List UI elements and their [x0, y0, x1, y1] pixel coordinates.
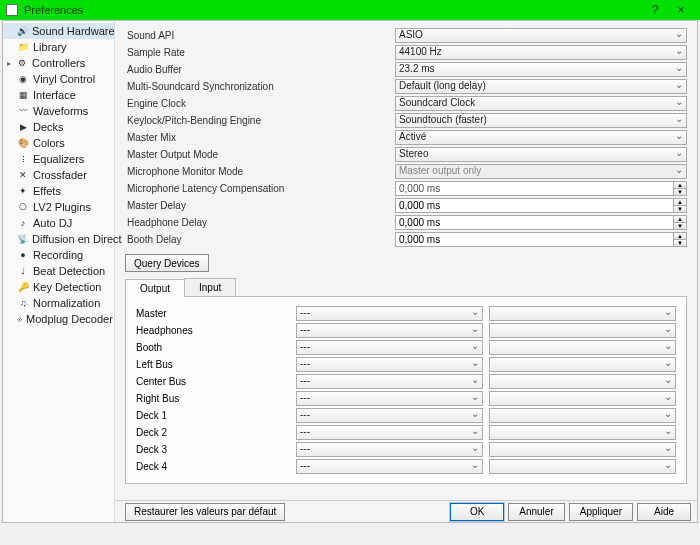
query-devices-button[interactable]: Query Devices — [125, 254, 209, 272]
setting-spinbox[interactable] — [395, 215, 673, 230]
output-combo[interactable]: ⌄ — [489, 357, 676, 372]
close-button[interactable]: × — [668, 3, 694, 17]
setting-spinbox[interactable] — [395, 198, 673, 213]
sidebar-item-crossfader[interactable]: ✕Crossfader — [3, 167, 114, 183]
sidebar-item-sound-hardware[interactable]: 🔊Sound Hardware — [3, 23, 114, 39]
sidebar-icon: 🎨 — [17, 138, 29, 148]
sidebar-item-equalizers[interactable]: ⫶Equalizers — [3, 151, 114, 167]
sidebar-item-decks[interactable]: ▶Decks — [3, 119, 114, 135]
chevron-down-icon: ⌄ — [471, 306, 479, 317]
sidebar-item-beat-detection[interactable]: ♩Beat Detection — [3, 263, 114, 279]
tab-input[interactable]: Input — [184, 278, 236, 296]
chevron-down-icon: ⌄ — [675, 113, 683, 124]
setting-label: Microphone Latency Compensation — [125, 183, 395, 194]
spin-down-icon[interactable]: ▼ — [673, 205, 687, 213]
sidebar-item-modplug-decoder[interactable]: ⟐Modplug Decoder — [3, 311, 114, 327]
output-combo[interactable]: ---⌄ — [296, 323, 483, 338]
sidebar-item-effets[interactable]: ✦Effets — [3, 183, 114, 199]
sidebar-item-colors[interactable]: 🎨Colors — [3, 135, 114, 151]
setting-combo[interactable]: ASIO⌄ — [395, 28, 687, 43]
spin-down-icon[interactable]: ▼ — [673, 188, 687, 196]
chevron-down-icon: ⌄ — [471, 391, 479, 402]
sidebar-label: Interface — [33, 89, 76, 101]
output-combo[interactable]: ---⌄ — [296, 306, 483, 321]
output-combo[interactable]: ⌄ — [489, 408, 676, 423]
sidebar-item-diffusion-en-direct[interactable]: 📡Diffusion en Direct — [3, 231, 114, 247]
output-row: Deck 1---⌄⌄ — [136, 407, 676, 424]
output-combo[interactable]: ---⌄ — [296, 391, 483, 406]
setting-combo: Master output only⌄ — [395, 164, 687, 179]
sidebar-item-recording[interactable]: ●Recording — [3, 247, 114, 263]
footer: Restaurer les valeurs par défaut OK Annu… — [115, 500, 697, 522]
spin-up-icon[interactable]: ▲ — [673, 181, 687, 188]
setting-combo[interactable]: 44100 Hz⌄ — [395, 45, 687, 60]
tab-output[interactable]: Output — [125, 279, 185, 297]
chevron-down-icon: ⌄ — [675, 130, 683, 141]
output-combo[interactable]: ---⌄ — [296, 442, 483, 457]
chevron-down-icon: ⌄ — [664, 306, 672, 317]
apply-button[interactable]: Appliquer — [569, 503, 633, 521]
output-combo[interactable]: ---⌄ — [296, 425, 483, 440]
ok-button[interactable]: OK — [450, 503, 504, 521]
output-combo[interactable]: ---⌄ — [296, 374, 483, 389]
output-grid: Master---⌄⌄Headphones---⌄⌄Booth---⌄⌄Left… — [125, 297, 687, 484]
setting-combo[interactable]: Activé⌄ — [395, 130, 687, 145]
output-combo[interactable]: ⌄ — [489, 442, 676, 457]
setting-combo[interactable]: Soundtouch (faster)⌄ — [395, 113, 687, 128]
sidebar-icon: ▦ — [17, 90, 29, 100]
output-combo[interactable]: ⌄ — [489, 323, 676, 338]
sidebar-item-interface[interactable]: ▦Interface — [3, 87, 114, 103]
sidebar-icon: ⫶ — [17, 154, 29, 164]
setting-spinbox[interactable] — [395, 232, 673, 247]
output-combo[interactable]: ⌄ — [489, 340, 676, 355]
output-combo[interactable]: ⌄ — [489, 425, 676, 440]
sidebar-item-vinyl-control[interactable]: ◉Vinyl Control — [3, 71, 114, 87]
sidebar-label: Auto DJ — [33, 217, 72, 229]
output-combo[interactable]: ---⌄ — [296, 408, 483, 423]
setting-label: Master Delay — [125, 200, 395, 211]
spin-down-icon[interactable]: ▼ — [673, 239, 687, 247]
help-button-footer[interactable]: Aide — [637, 503, 691, 521]
output-label: Deck 3 — [136, 444, 296, 455]
cancel-button[interactable]: Annuler — [508, 503, 564, 521]
output-row: Right Bus---⌄⌄ — [136, 390, 676, 407]
output-combo[interactable]: ---⌄ — [296, 357, 483, 372]
setting-combo[interactable]: Default (long delay)⌄ — [395, 79, 687, 94]
sidebar-label: Effets — [33, 185, 61, 197]
setting-combo[interactable]: 23.2 ms⌄ — [395, 62, 687, 77]
scroll-area[interactable]: Sound APIASIO⌄Sample Rate44100 Hz⌄Audio … — [115, 21, 697, 500]
spin-up-icon[interactable]: ▲ — [673, 232, 687, 239]
sidebar-item-controllers[interactable]: ▸⚙Controllers — [3, 55, 114, 71]
sidebar-item-auto-dj[interactable]: ♪Auto DJ — [3, 215, 114, 231]
spin-up-icon[interactable]: ▲ — [673, 198, 687, 205]
chevron-down-icon: ⌄ — [675, 79, 683, 90]
output-combo[interactable]: ---⌄ — [296, 459, 483, 474]
output-combo[interactable]: ⌄ — [489, 391, 676, 406]
spin-up-icon[interactable]: ▲ — [673, 215, 687, 222]
output-label: Master — [136, 308, 296, 319]
sidebar-item-waveforms[interactable]: 〰Waveforms — [3, 103, 114, 119]
help-button[interactable]: ? — [642, 3, 668, 17]
restore-defaults-button[interactable]: Restaurer les valeurs par défaut — [125, 503, 285, 521]
setting-label: Sound API — [125, 30, 395, 41]
setting-label: Master Mix — [125, 132, 395, 143]
sidebar-label: Colors — [33, 137, 65, 149]
output-combo[interactable]: ---⌄ — [296, 340, 483, 355]
sidebar-item-normalization[interactable]: ♫Normalization — [3, 295, 114, 311]
sidebar-item-lv2-plugins[interactable]: ⎔LV2 Plugins — [3, 199, 114, 215]
setting-combo[interactable]: Stereo⌄ — [395, 147, 687, 162]
chevron-down-icon: ⌄ — [675, 164, 683, 175]
sidebar-icon: ♪ — [17, 218, 29, 228]
spin-down-icon[interactable]: ▼ — [673, 222, 687, 230]
output-combo[interactable]: ⌄ — [489, 459, 676, 474]
output-combo[interactable]: ⌄ — [489, 374, 676, 389]
sidebar-label: Beat Detection — [33, 265, 105, 277]
output-combo[interactable]: ⌄ — [489, 306, 676, 321]
output-row: Headphones---⌄⌄ — [136, 322, 676, 339]
sidebar-label: Waveforms — [33, 105, 88, 117]
chevron-down-icon: ⌄ — [664, 425, 672, 436]
sidebar-item-library[interactable]: 📁Library — [3, 39, 114, 55]
sidebar-item-key-detection[interactable]: 🔑Key Detection — [3, 279, 114, 295]
sidebar-label: Diffusion en Direct — [32, 233, 122, 245]
setting-combo[interactable]: Soundcard Clock⌄ — [395, 96, 687, 111]
